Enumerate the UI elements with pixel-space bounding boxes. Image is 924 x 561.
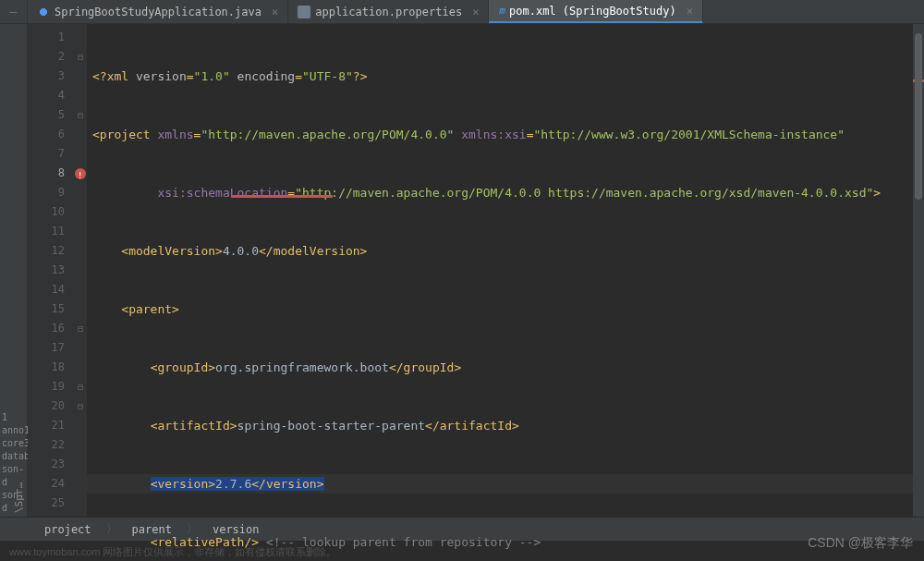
- tab-label: application.properties: [315, 6, 462, 18]
- fold-gutter: ⊟ ⊟ ⊟ ⊟ ⊟: [74, 24, 87, 517]
- left-clipped-labels: 1 anno1 core3 datab son-d son-d: [0, 411, 28, 515]
- fold-icon[interactable]: ⊟: [74, 47, 87, 67]
- scrollbar-thumb[interactable]: [915, 33, 922, 200]
- editor-tabs: — SpringBootStudyApplication.java × appl…: [0, 0, 924, 24]
- close-icon[interactable]: ×: [472, 6, 479, 18]
- fold-icon[interactable]: ⊟: [74, 396, 87, 416]
- close-icon[interactable]: ×: [687, 5, 693, 18]
- tab-pom-file[interactable]: m pom.xml (SpringBootStudy) ×: [489, 0, 702, 23]
- footer-notice: www.toymoban.com 网络图片仅供展示，非存储，如有侵权请联系删除。: [9, 545, 336, 559]
- code-line-current: <version>2.7.6</version>: [87, 474, 924, 494]
- fold-icon[interactable]: ⊟: [74, 377, 87, 396]
- fold-icon[interactable]: ⊟: [74, 319, 87, 338]
- code-line: <modelVersion>4.0.0</modelVersion>: [87, 241, 924, 261]
- line-number-gutter: 1 2 3 4 5 6 7 8 9 10 11 12 13 14 15 16 1…: [28, 24, 74, 517]
- code-line: <parent>: [87, 299, 924, 319]
- tab-control-icon[interactable]: —: [0, 0, 28, 23]
- code-line: <groupId>org.springframework.boot</group…: [87, 358, 924, 377]
- fold-icon[interactable]: ⊟: [74, 105, 87, 125]
- java-icon: [37, 6, 50, 18]
- properties-icon: [298, 6, 310, 18]
- tab-properties-file[interactable]: application.properties ×: [288, 0, 489, 23]
- code-line: <artifactId>spring-boot-starter-parent</…: [87, 416, 924, 435]
- error-underline: [231, 195, 333, 198]
- maven-icon: m: [498, 5, 505, 17]
- code-line: <project xmlns="http://maven.apache.org/…: [87, 125, 924, 144]
- error-lamp-icon[interactable]: [74, 164, 87, 183]
- code-editor[interactable]: 1 2 3 4 5 6 7 8 9 10 11 12 13 14 15 16 1…: [28, 24, 924, 517]
- tab-java-file[interactable]: SpringBootStudyApplication.java ×: [28, 0, 288, 23]
- tab-label: SpringBootStudyApplication.java: [55, 6, 261, 18]
- code-line: <?xml version="1.0" encoding="UTF-8"?>: [87, 67, 924, 86]
- code-line: xsi:schemaLocation="http://maven.apache.…: [87, 183, 924, 202]
- tab-label: pom.xml (SpringBootStudy): [509, 5, 676, 18]
- watermark-text: CSDN @极客李华: [808, 535, 913, 552]
- code-content[interactable]: <?xml version="1.0" encoding="UTF-8"?> <…: [87, 24, 924, 517]
- vertical-scrollbar[interactable]: [913, 24, 924, 517]
- close-icon[interactable]: ×: [272, 6, 278, 18]
